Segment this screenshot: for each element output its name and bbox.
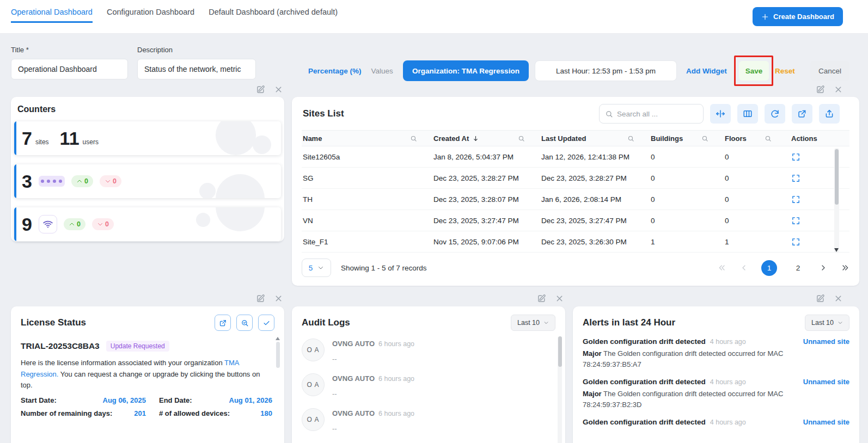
table-row[interactable]: Site12605a Jan 8, 2026, 5:04:37 PM Jan 1… [302, 146, 849, 168]
table-columns-button[interactable] [737, 104, 758, 124]
audit-log-entry[interactable]: O A OVNG AUTO6 hours ago -- [302, 339, 551, 363]
page-button-1[interactable]: 1 [761, 260, 777, 276]
sites-pagination: 5 Showing 1 - 5 of 7 records 1 2 [292, 253, 859, 277]
scrollbar-thumb[interactable] [276, 342, 280, 368]
cell-created-at: Dec 23, 2025, 3:27:47 PM [432, 217, 540, 225]
time-range-button[interactable]: Last Hour: 12:53 pm - 1:53 pm [535, 60, 677, 81]
edit-widget-icon[interactable] [537, 294, 546, 303]
tab-operational-dashboard[interactable]: Operational Dashboard [11, 8, 93, 23]
scrollbar[interactable] [834, 148, 839, 253]
sites-search [599, 104, 704, 124]
fit-columns-button[interactable] [710, 104, 731, 124]
add-widget-button[interactable]: Add Widget [686, 60, 727, 81]
remaining-days-label: Number of remaining days: [21, 409, 112, 417]
alert-entry[interactable]: Golden configuration drift detected 4 ho… [583, 378, 849, 410]
audit-logs-widget: Audit Logs Last 10 O A OVNG AUTO6 hours … [292, 306, 565, 443]
close-icon[interactable] [274, 85, 283, 94]
alerts-filter-button[interactable]: Last 10 [805, 315, 849, 331]
table-row[interactable]: VN Dec 23, 2025, 3:27:47 PM Dec 23, 2025… [302, 210, 849, 231]
search-icon[interactable] [518, 135, 525, 142]
wifi-icon [39, 215, 57, 233]
toggle-percentage[interactable]: Percentage (%) [308, 67, 362, 75]
expand-row-icon[interactable] [791, 152, 849, 162]
edit-widget-icon[interactable] [816, 85, 825, 94]
expand-row-icon[interactable] [791, 237, 849, 247]
search-icon[interactable] [410, 135, 417, 142]
cell-floors: 0 [724, 195, 787, 204]
close-icon[interactable] [834, 85, 843, 94]
tab-configuration-dashboard[interactable]: Configuration Dashboard [107, 8, 194, 23]
sites-search-input[interactable] [617, 110, 698, 118]
refresh-button[interactable] [765, 104, 785, 124]
scrollbar-thumb[interactable] [558, 336, 562, 367]
edit-widget-icon[interactable] [256, 85, 265, 94]
cell-buildings: 0 [650, 174, 724, 182]
table-row[interactable]: Site_F1 Nov 15, 2025, 9:07:06 PM Dec 23,… [302, 231, 849, 253]
search-icon[interactable] [627, 135, 634, 142]
expand-row-icon[interactable] [791, 174, 849, 183]
table-row[interactable]: TH Dec 23, 2025, 3:28:07 PM Jan 6, 2026,… [302, 189, 849, 210]
page-button-2[interactable]: 2 [790, 260, 806, 276]
sites-count: 7 [22, 129, 32, 147]
audit-log-entry[interactable]: O A OVNG AUTO6 hours ago -- [302, 408, 551, 433]
scroll-up-arrow-icon[interactable] [276, 337, 280, 340]
search-icon[interactable] [701, 135, 708, 142]
trend-down-icon [105, 178, 111, 184]
export-button[interactable] [792, 104, 812, 124]
description-input[interactable] [137, 59, 256, 79]
create-dashboard-button[interactable]: Create Dashboard [753, 7, 843, 26]
toggle-values[interactable]: Values [371, 67, 393, 75]
alert-site-link[interactable]: Unnamed site [803, 418, 849, 426]
organization-selector-button[interactable]: Organization: TMA Regression [403, 60, 529, 81]
license-check-button[interactable] [258, 315, 274, 331]
sort-desc-icon[interactable] [472, 135, 479, 142]
tab-default-dashboard[interactable]: Default Dashboard (archived default) [209, 8, 338, 23]
column-header-buildings[interactable]: Buildings [650, 134, 724, 143]
audit-time: 6 hours ago [378, 375, 414, 383]
license-review-button[interactable] [236, 315, 253, 331]
trend-up-icon [76, 178, 83, 184]
edit-widget-icon[interactable] [256, 294, 265, 303]
license-upgrade-button[interactable] [215, 315, 231, 331]
expand-row-icon[interactable] [791, 195, 849, 204]
cell-name: TH [302, 195, 432, 204]
alert-site-link[interactable]: Unnamed site [803, 337, 849, 346]
table-row[interactable]: SG Dec 23, 2025, 3:28:27 PM Dec 23, 2025… [302, 168, 849, 189]
edit-widget-icon[interactable] [816, 294, 825, 303]
first-page-icon[interactable] [718, 263, 726, 272]
page-size-select[interactable]: 5 [302, 259, 331, 277]
audit-filter-button[interactable]: Last 10 [511, 315, 555, 331]
column-header-floors[interactable]: Floors [724, 134, 787, 143]
prev-page-icon[interactable] [739, 263, 748, 272]
close-icon[interactable] [274, 294, 283, 303]
description-field: Description [137, 46, 256, 79]
cancel-button[interactable]: Cancel [810, 61, 849, 81]
search-icon[interactable] [765, 135, 772, 142]
alert-entry[interactable]: Golden configuration drift detected 4 ho… [583, 418, 849, 426]
next-page-icon[interactable] [819, 263, 828, 272]
alert-site-link[interactable]: Unnamed site [803, 378, 849, 386]
license-status-title: License Status [21, 317, 86, 328]
column-header-name[interactable]: Name [302, 134, 432, 143]
close-icon[interactable] [834, 294, 843, 303]
last-page-icon[interactable] [841, 263, 849, 272]
scrollbar[interactable] [558, 336, 562, 443]
counter-row-access-points: 9 0 0 [14, 207, 281, 241]
counter-row-sites-users: 7 sites 11 users [14, 121, 281, 155]
title-input[interactable] [11, 59, 128, 79]
expand-row-icon[interactable] [791, 216, 849, 225]
upload-button[interactable] [819, 104, 840, 124]
column-header-created-at[interactable]: Created At [432, 134, 540, 143]
scroll-down-arrow-icon[interactable] [834, 248, 839, 252]
alert-entry[interactable]: Golden configuration drift detected 4 ho… [583, 337, 849, 370]
audit-log-entry[interactable]: O A OVNG AUTO6 hours ago -- [302, 373, 551, 398]
close-icon[interactable] [555, 294, 564, 303]
scrollbar[interactable] [276, 337, 280, 440]
save-button[interactable]: Save [739, 61, 769, 81]
column-header-last-updated[interactable]: Last Updated [540, 134, 650, 143]
scrollbar-thumb[interactable] [835, 149, 839, 205]
audit-detail: -- [332, 424, 414, 433]
reset-button[interactable]: Reset [775, 61, 795, 81]
alert-severity: Major [583, 390, 602, 398]
search-icon [605, 110, 613, 118]
